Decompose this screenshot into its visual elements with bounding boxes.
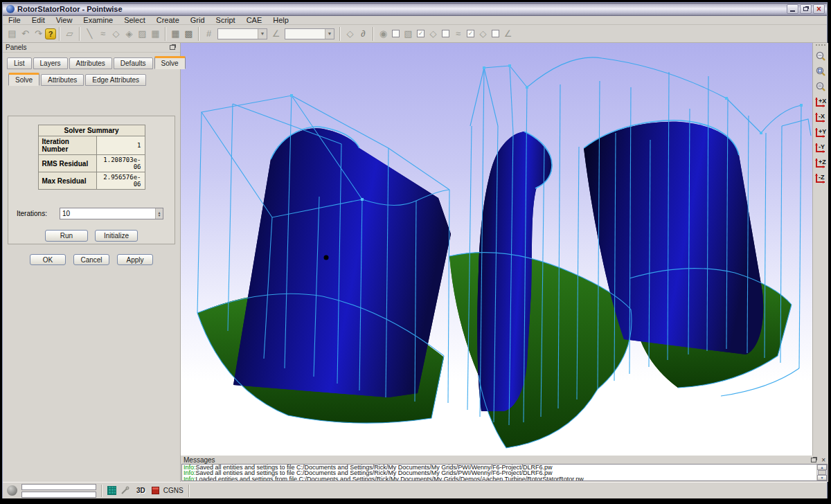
view-minus-x-button[interactable]: -X: [814, 111, 828, 125]
mask-icon[interactable]: ◉: [377, 27, 390, 40]
zoom-fit-button[interactable]: [814, 80, 828, 94]
show-spacings-checkbox[interactable]: [492, 30, 499, 37]
tab-defaults[interactable]: Defaults: [114, 57, 153, 69]
menu-cae[interactable]: CAE: [241, 16, 268, 25]
spinner-arrows-icon[interactable]: ▲▼: [155, 208, 163, 219]
partial-derivative-icon[interactable]: ∂: [357, 27, 370, 40]
chevron-down-icon[interactable]: ▼: [325, 29, 334, 39]
messages-header[interactable]: Messages ×: [181, 456, 828, 464]
spacing-icon[interactable]: ◇: [476, 27, 490, 40]
block-icon[interactable]: ▦: [149, 27, 162, 40]
iterations-value[interactable]: 10: [60, 208, 155, 219]
minimize-button[interactable]: [787, 4, 798, 14]
menu-help[interactable]: Help: [267, 16, 294, 25]
redo-icon[interactable]: ↷: [32, 27, 45, 40]
control-point[interactable]: [324, 255, 329, 260]
angle-icon[interactable]: ∠: [269, 27, 283, 40]
view-plus-z-button[interactable]: +Z: [814, 156, 828, 170]
iterations-spinner[interactable]: 10 ▲▼: [60, 208, 163, 219]
toolbar-grip[interactable]: [816, 44, 825, 46]
scroll-thumb[interactable]: [818, 470, 826, 475]
scroll-down-icon[interactable]: ▼: [817, 475, 827, 480]
connector-toggle-icon[interactable]: ≈: [452, 27, 465, 40]
zoom-box-button[interactable]: [814, 65, 828, 79]
undo-icon[interactable]: ↶: [19, 27, 32, 40]
iteration-number-label: Iteration Number: [38, 136, 96, 155]
run-button[interactable]: Run: [45, 230, 88, 242]
iterations-row: Iterations: 10 ▲▼: [17, 208, 175, 219]
panel-tabs: List Layers Attributes Defaults Solve: [3, 53, 180, 69]
apply-button[interactable]: Apply: [117, 254, 153, 265]
view-plus-x-button[interactable]: +X: [814, 96, 828, 109]
show-blocks-checkbox[interactable]: ✓: [417, 30, 425, 37]
structured-grid-icon[interactable]: ▦: [169, 27, 182, 40]
layers-icon[interactable]: ▱: [63, 27, 76, 40]
status-separator: [101, 485, 102, 497]
connector-icon[interactable]: ╲: [83, 27, 96, 40]
view-minus-z-button[interactable]: -Z: [814, 172, 828, 186]
dimension-count-icon[interactable]: #: [202, 27, 215, 40]
chevron-down-icon[interactable]: ▼: [258, 29, 267, 39]
messages-scrollbar[interactable]: ▲ ▼: [816, 465, 827, 480]
zoom-box-icon: [815, 66, 826, 78]
tab-attributes[interactable]: Attributes: [69, 57, 112, 69]
close-messages-icon[interactable]: ×: [821, 457, 825, 463]
domain-mesh-icon[interactable]: ◈: [123, 27, 136, 40]
scroll-up-icon[interactable]: ▲: [817, 465, 827, 470]
subtab-solve[interactable]: Solve: [8, 73, 39, 86]
dimension-combo[interactable]: ▼: [217, 28, 267, 39]
help-icon[interactable]: ?: [45, 28, 56, 39]
menu-select[interactable]: Select: [118, 16, 151, 25]
menu-script[interactable]: Script: [211, 16, 241, 25]
messages-list[interactable]: Info:Saved all entities and settings to …: [181, 464, 828, 481]
svg-text:+Z: +Z: [819, 159, 826, 165]
coordinate-field-bottom[interactable]: [21, 492, 96, 498]
show-databases-checkbox[interactable]: [392, 30, 400, 37]
cube-icon[interactable]: ▧: [402, 27, 415, 40]
angle-combo[interactable]: ▼: [285, 28, 334, 39]
float-panel-icon[interactable]: [170, 45, 175, 50]
title-bar[interactable]: RotorStatorRotor - Pointwise ×: [3, 3, 827, 16]
main-toolbar: ▤ ↶ ↷ ? ▱ ╲ ≈ ◇ ◈ ▨ ▦ ▦ ▩ # ▼ ∠ ▼ ◇ ∂ ◉ …: [3, 25, 827, 43]
zoom-out-button[interactable]: [814, 50, 828, 64]
subtab-attributes[interactable]: Attributes: [41, 74, 84, 86]
diamond-icon[interactable]: ◇: [343, 27, 357, 40]
ok-button[interactable]: OK: [30, 254, 66, 265]
extrude-icon[interactable]: ▨: [136, 27, 149, 40]
tab-solve[interactable]: Solve: [154, 56, 186, 69]
menu-edit[interactable]: Edit: [26, 16, 51, 25]
panel-footer-buttons: OK Cancel Apply: [3, 254, 180, 265]
svg-text:-Z: -Z: [819, 174, 825, 181]
show-connectors-checkbox[interactable]: ✓: [467, 30, 474, 37]
panels-header[interactable]: Panels: [3, 43, 180, 53]
tab-list[interactable]: List: [7, 57, 32, 69]
save-icon[interactable]: ▤: [6, 27, 19, 40]
menu-examine[interactable]: Examine: [78, 16, 118, 25]
initialize-button[interactable]: Initialize: [95, 230, 138, 242]
menu-create[interactable]: Create: [151, 16, 185, 25]
subtab-edge-attributes[interactable]: Edge Attributes: [85, 74, 146, 86]
domain-icon[interactable]: ◇: [109, 27, 123, 40]
cancel-button[interactable]: Cancel: [73, 254, 109, 265]
view-plus-y-button[interactable]: +Y: [814, 126, 828, 140]
close-icon: ×: [816, 6, 821, 12]
app-globe-icon: [6, 5, 15, 13]
unstructured-grid-icon[interactable]: ▩: [182, 27, 195, 40]
restore-button[interactable]: [800, 4, 812, 14]
menu-file[interactable]: File: [3, 16, 26, 25]
menu-grid[interactable]: Grid: [185, 16, 211, 25]
domain-toggle-icon[interactable]: ◇: [427, 27, 440, 40]
toolbar-separator: [79, 27, 80, 41]
float-messages-icon[interactable]: [811, 458, 816, 462]
view-minus-y-button[interactable]: -Y: [814, 141, 828, 155]
coordinate-field-top[interactable]: [21, 484, 96, 490]
view-toolbar: +X -X +Y -Y +Z -Z: [812, 43, 828, 456]
angle-toggle-icon[interactable]: ∠: [501, 27, 515, 40]
close-button[interactable]: ×: [813, 4, 825, 14]
curve-icon[interactable]: ≈: [96, 27, 109, 40]
show-domains-checkbox[interactable]: [442, 30, 449, 37]
3d-viewport[interactable]: [181, 43, 812, 456]
menu-view[interactable]: View: [51, 16, 78, 25]
tab-layers[interactable]: Layers: [33, 57, 68, 69]
message-text: Loaded entities and settings from file C…: [196, 476, 584, 481]
